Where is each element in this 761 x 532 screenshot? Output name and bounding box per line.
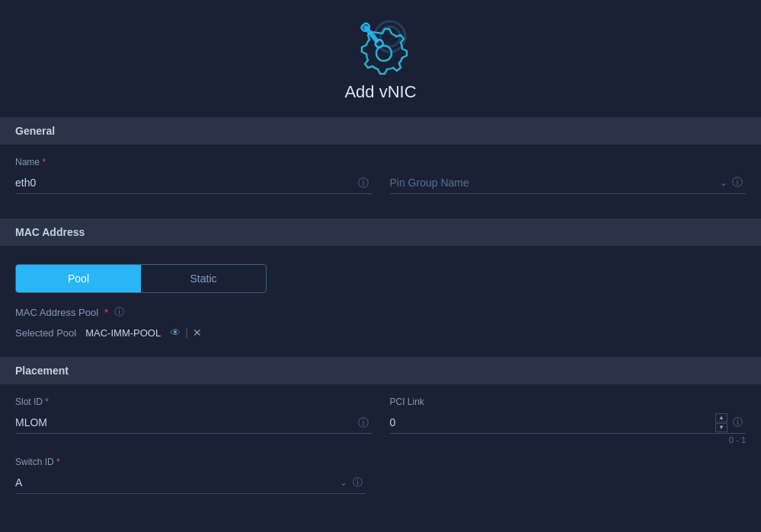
pci-link-increment-button[interactable]: ▲ [715, 413, 727, 422]
page-title: Add vNIC [344, 82, 416, 102]
general-section: General Name * ⓘ _ [0, 117, 761, 218]
slot-id-info-icon[interactable]: ⓘ [358, 416, 369, 430]
placement-section: Placement Slot ID * ⓘ PCI L [0, 357, 761, 518]
pool-name-value: MAC-IMM-POOL [85, 327, 161, 339]
pci-link-info-icon[interactable]: ⓘ [733, 416, 743, 429]
page-container: Add vNIC General Name * ⓘ [0, 0, 761, 532]
selected-pool-label: Selected Pool [15, 327, 76, 339]
general-section-content: Name * ⓘ _ Pin Group Name ⌄ ⓘ [0, 145, 761, 218]
name-label: Name * [15, 157, 372, 167]
placeholder-form-group [390, 457, 747, 494]
switch-id-value: A [15, 476, 22, 489]
slot-id-form-group: Slot ID * ⓘ [15, 397, 372, 444]
pool-action-divider: | [185, 327, 188, 339]
pin-group-select[interactable]: Pin Group Name ⌄ ⓘ [390, 172, 747, 194]
pool-toggle-button[interactable]: Pool [16, 265, 141, 292]
switch-id-label: Switch ID * [15, 457, 372, 467]
mac-pool-label-row: MAC Address Pool * ⓘ [15, 305, 746, 319]
pin-group-chevron-icon: ⌄ [720, 177, 727, 188]
pci-link-input[interactable] [390, 412, 747, 433]
pci-link-stepper-controls: ▲ ▼ [715, 413, 727, 432]
pin-group-form-group: _ Pin Group Name ⌄ ⓘ [390, 157, 747, 194]
mac-address-section-content: Pool Static MAC Address Pool * ⓘ Selecte… [0, 246, 761, 357]
switch-id-info-icon[interactable]: ⓘ [353, 476, 363, 489]
page-header: Add vNIC [0, 0, 761, 117]
pool-view-icon[interactable]: 👁 [170, 327, 181, 339]
static-toggle-button[interactable]: Static [141, 265, 266, 292]
mac-address-toggle-group: Pool Static [15, 264, 267, 293]
name-form-group: Name * ⓘ [15, 157, 372, 194]
placement-section-header: Placement [0, 357, 761, 384]
slot-id-input-wrapper: ⓘ [15, 412, 372, 434]
placement-section-content: Slot ID * ⓘ PCI Link ▲ ▼ [0, 384, 761, 518]
slot-id-input[interactable] [15, 412, 372, 434]
placement-form-row-2: Switch ID * A ⌄ ⓘ [15, 457, 746, 494]
pci-link-range: 0 - 1 [390, 434, 747, 444]
pci-link-decrement-button[interactable]: ▼ [715, 423, 727, 432]
pci-link-form-group: PCI Link ▲ ▼ ⓘ 0 - 1 [390, 397, 747, 444]
switch-id-form-group: Switch ID * A ⌄ ⓘ [15, 457, 372, 494]
add-vnic-icon [350, 15, 411, 76]
name-input[interactable] [15, 172, 372, 194]
mac-address-section-header: MAC Address [0, 218, 761, 246]
slot-id-label: Slot ID * [15, 397, 372, 407]
pci-link-label: PCI Link [390, 397, 747, 407]
pin-group-info-icon[interactable]: ⓘ [732, 176, 743, 190]
general-form-row: Name * ⓘ _ Pin Group Name ⌄ ⓘ [15, 157, 746, 194]
selected-pool-row: Selected Pool MAC-IMM-POOL 👁 | ✕ [15, 327, 746, 339]
pool-clear-icon[interactable]: ✕ [193, 327, 202, 339]
mac-pool-info-icon[interactable]: ⓘ [114, 305, 124, 319]
name-input-wrapper: ⓘ [15, 172, 372, 194]
pin-group-label: _ [390, 157, 747, 167]
switch-id-select[interactable]: A ⌄ ⓘ [15, 472, 366, 494]
pin-group-placeholder: Pin Group Name [390, 177, 725, 189]
switch-id-chevron-icon: ⌄ [340, 477, 347, 488]
mac-address-section: MAC Address Pool Static MAC Address Pool… [0, 218, 761, 357]
name-info-icon[interactable]: ⓘ [358, 177, 369, 190]
pci-link-stepper-wrapper: ▲ ▼ ⓘ [390, 412, 747, 434]
pool-actions: 👁 | ✕ [170, 327, 202, 339]
placement-form-row-1: Slot ID * ⓘ PCI Link ▲ ▼ [15, 397, 746, 444]
general-section-header: General [0, 117, 761, 145]
